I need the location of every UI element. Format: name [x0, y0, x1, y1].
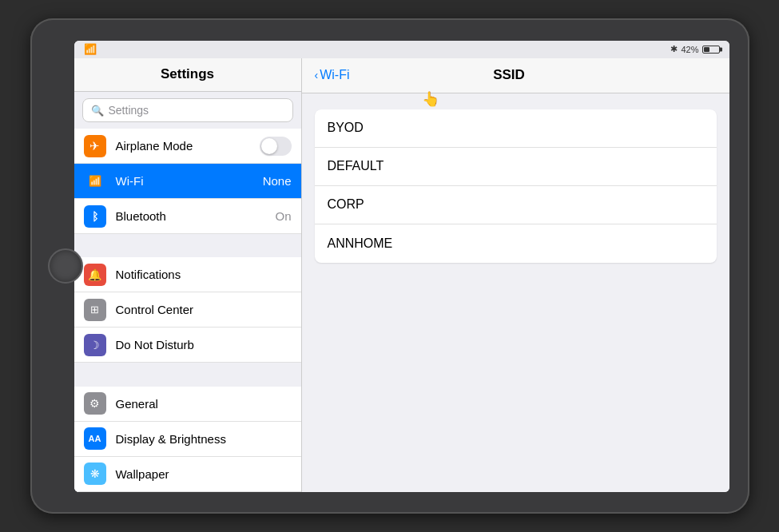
wifi-status-icon: 📶 [84, 43, 97, 55]
search-icon: 🔍 [91, 105, 104, 117]
sidebar-item-controlcenter[interactable]: ⊞ Control Center [74, 292, 301, 328]
network-item-byod[interactable]: BYOD [315, 109, 717, 148]
device: 📶 ✱ 42% Settings 🔍 Settings [30, 18, 749, 514]
search-bar: 🔍 Settings [74, 92, 301, 129]
ssid-network-list: BYOD DEFAULT CORP ANNHOME [302, 93, 729, 279]
status-left: 📶 [84, 43, 97, 55]
search-placeholder-text: Settings [109, 104, 149, 117]
main-area: Settings 🔍 Settings ✈ Airplane Mode [74, 58, 729, 492]
battery-percent-label: 42% [681, 45, 698, 54]
sidebar: Settings 🔍 Settings ✈ Airplane Mode [74, 58, 302, 492]
wifi-icon: 📶 [84, 170, 106, 193]
bluetooth-label: Bluetooth [116, 209, 266, 223]
donotdisturb-icon: ☽ [84, 334, 106, 356]
general-label: General [116, 397, 292, 411]
toggle-knob [261, 138, 277, 154]
bluetooth-status-icon: ✱ [670, 44, 678, 54]
network-item-default[interactable]: DEFAULT [315, 148, 717, 186]
settings-group-personalization: ⚙ General AA Display & Brightness ❋ [74, 387, 301, 492]
network-name-byod: BYOD [328, 121, 364, 135]
back-button[interactable]: ‹ Wi-Fi [315, 68, 350, 82]
status-right: ✱ 42% [670, 44, 719, 54]
sidebar-header: Settings [74, 58, 301, 93]
sidebar-item-bluetooth[interactable]: ᛒ Bluetooth On [74, 199, 301, 234]
network-item-corp[interactable]: CORP [315, 186, 717, 224]
sidebar-item-airplane[interactable]: ✈ Airplane Mode [74, 129, 301, 164]
back-chevron-icon: ‹ [315, 69, 319, 81]
network-name-default: DEFAULT [328, 159, 384, 173]
display-icon: AA [84, 427, 106, 450]
airplane-icon: ✈ [84, 135, 106, 157]
network-name-corp: CORP [328, 197, 364, 212]
airplane-toggle[interactable] [260, 137, 292, 156]
display-label: Display & Brightness [116, 432, 292, 446]
donotdisturb-label: Do Not Disturb [116, 338, 292, 351]
group-separator-2 [74, 363, 301, 386]
home-button[interactable] [48, 248, 83, 284]
right-panel: ‹ Wi-Fi SSID BYOD DEFAULT CORP [302, 58, 729, 492]
right-panel-title: SSID [365, 67, 652, 83]
sidebar-item-wifi[interactable]: 📶 Wi-Fi None [74, 164, 301, 199]
sidebar-item-display[interactable]: AA Display & Brightness [74, 422, 301, 457]
sidebar-title: Settings [161, 66, 214, 82]
back-label: Wi-Fi [320, 68, 349, 82]
sidebar-item-donotdisturb[interactable]: ☽ Do Not Disturb [74, 328, 301, 363]
wallpaper-label: Wallpaper [116, 467, 292, 481]
airplane-label: Airplane Mode [116, 139, 250, 153]
settings-group-system: 🔔 Notifications ⊞ Control Center ☽ [74, 257, 301, 363]
battery-icon [702, 46, 720, 54]
notifications-label: Notifications [116, 268, 292, 281]
controlcenter-icon: ⊞ [84, 299, 106, 321]
right-header: ‹ Wi-Fi SSID [302, 58, 729, 93]
sidebar-item-notifications[interactable]: 🔔 Notifications [74, 257, 301, 292]
general-icon: ⚙ [84, 392, 106, 415]
wifi-label: Wi-Fi [116, 174, 253, 188]
wallpaper-icon: ❋ [84, 463, 106, 485]
sidebar-item-wallpaper[interactable]: ❋ Wallpaper [74, 457, 301, 492]
search-input[interactable]: 🔍 Settings [82, 98, 293, 122]
status-bar: 📶 ✱ 42% [74, 41, 729, 58]
screen: 📶 ✱ 42% Settings 🔍 Settings [74, 41, 729, 492]
sidebar-item-general[interactable]: ⚙ General [74, 387, 301, 422]
notifications-icon: 🔔 [84, 264, 106, 286]
group-separator-1 [74, 234, 301, 257]
battery-fill [704, 47, 710, 52]
network-item-annhome[interactable]: ANNHOME [315, 224, 717, 263]
network-group: BYOD DEFAULT CORP ANNHOME [315, 109, 717, 263]
bluetooth-value: On [275, 209, 291, 223]
controlcenter-label: Control Center [116, 303, 292, 316]
wifi-value: None [263, 174, 292, 188]
network-name-annhome: ANNHOME [328, 236, 393, 251]
bluetooth-icon: ᛒ [84, 205, 106, 228]
settings-group-connectivity: ✈ Airplane Mode 📶 Wi-Fi None [74, 129, 301, 234]
